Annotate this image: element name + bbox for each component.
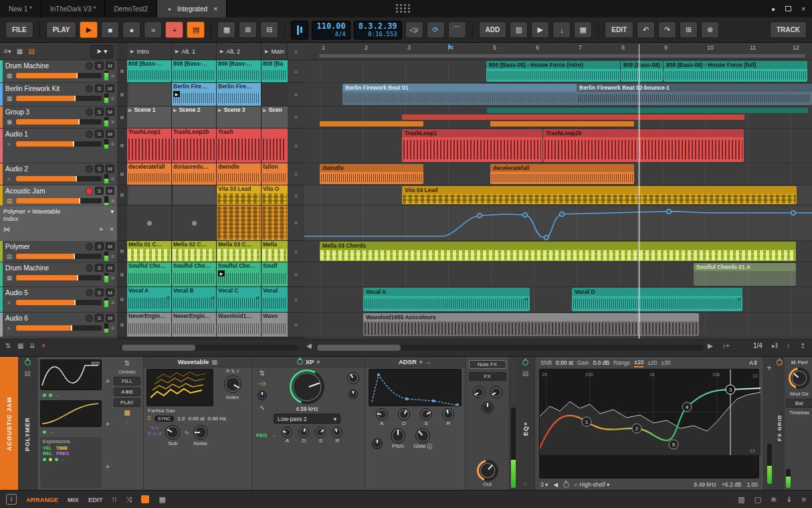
mute-button[interactable]: M [106, 130, 114, 138]
solo-button[interactable]: S [95, 165, 104, 173]
track-menu-icon[interactable]: ≡ [111, 253, 114, 260]
volume-slider[interactable] [16, 176, 102, 181]
track-name[interactable]: Polymer [5, 243, 84, 250]
volume-slider[interactable] [16, 96, 102, 101]
clip-slot[interactable]: Soulful Cho… [127, 262, 172, 286]
ab-compare-icon[interactable]: A⇕ [749, 359, 758, 366]
play-icon[interactable]: ▶ [130, 49, 134, 54]
row-menu-icon[interactable]: ≡ [288, 241, 304, 262]
track-name[interactable]: Acoustic Jam [5, 187, 84, 195]
play-button[interactable]: ▶ [80, 21, 98, 38]
solo-button[interactable]: S [95, 62, 104, 70]
clip-slot[interactable]: Vocal C⇄ [217, 287, 262, 312]
monitor-button[interactable] [86, 85, 93, 92]
vibrato-knob[interactable] [473, 386, 485, 398]
mute-button[interactable]: M [106, 62, 114, 70]
eq-graph[interactable]: 20 100 1k 10k 10 -10 1 2 5 4 3 [539, 369, 759, 479]
clip-slot[interactable]: 808 (Bass-… [172, 60, 217, 82]
mixer-strip-icon[interactable]: ▤ [28, 48, 34, 55]
arranger-track-lane[interactable]: dwindle deceleratefall [304, 163, 812, 185]
clip-launcher-view-icon[interactable]: ▦ [217, 21, 235, 38]
tempo-display[interactable]: 110.00 4/4 [312, 21, 350, 39]
amp-sustain-knob[interactable] [420, 408, 432, 420]
clip-slot[interactable]: Soulf [262, 262, 288, 286]
clip-slot[interactable]: Vocal B⇄ [172, 287, 217, 312]
fx-tab[interactable]: FX [469, 372, 506, 381]
out-knob[interactable] [477, 460, 498, 481]
clear-icon[interactable]: × [41, 342, 45, 349]
device-menu-icon[interactable]: ▤ [24, 369, 30, 377]
volume-slider[interactable] [16, 275, 102, 280]
clip-slot[interactable]: Wavoloid1… [217, 313, 262, 337]
group-track-lane[interactable] [304, 106, 812, 129]
tempo-value[interactable]: 110.00 [316, 22, 345, 30]
track-name[interactable]: Audio 5 [5, 289, 84, 297]
device-track-strip[interactable]: ACOUSTIC JAM [0, 357, 18, 491]
stop-clip-button[interactable] [117, 129, 127, 163]
clip-slot[interactable]: TrashLoop2b [172, 129, 217, 163]
monitor-button[interactable] [86, 243, 93, 250]
volume-slider[interactable] [16, 254, 102, 259]
clip-slot[interactable]: Mella [262, 241, 288, 262]
stop-clip-button[interactable] [117, 106, 127, 128]
scene-header-main[interactable]: ▶Main [262, 43, 288, 60]
chevron-down-icon[interactable]: ▾ [419, 358, 423, 365]
clip-slot[interactable]: Vocal A⇄ [127, 287, 172, 312]
clip-slot[interactable]: Mella 02 C… [172, 241, 217, 262]
track-name[interactable]: Drum Machine [5, 62, 84, 70]
track-list-icon[interactable]: ≡▾ [4, 48, 11, 55]
wavetable-title[interactable]: Wavetable [178, 358, 209, 365]
stop-button[interactable]: ■ [101, 21, 119, 38]
band-gain-value[interactable]: +6.2 dB [722, 481, 742, 488]
grid-resolution-value[interactable]: 1/4 [753, 342, 763, 349]
active-panel-icon[interactable] [141, 495, 149, 503]
restore-window-icon[interactable] [785, 6, 791, 11]
group-clip-slot[interactable]: ▶Scene 3 [217, 106, 262, 128]
amp-attack-knob[interactable] [376, 408, 388, 420]
bar-button[interactable]: Bar [786, 399, 812, 408]
detail-panel-icon[interactable]: ≡ [802, 495, 806, 503]
arranger-clip[interactable]: Berlin Firework Beat 01 [342, 84, 577, 105]
track-row[interactable]: Audio 5SM ▹≡ [0, 287, 117, 313]
row-menu-icon[interactable]: ≡ [288, 60, 304, 82]
band-freq-value[interactable]: 9.49 kHz [694, 481, 716, 488]
clip-slot[interactable]: Vita 03 Lead [217, 185, 262, 205]
scroll-follow-icon[interactable]: ⇅ [5, 342, 11, 349]
fxgrid-power-icon[interactable] [777, 359, 783, 365]
dual-display-icon[interactable]: ⁝⁝ [112, 495, 117, 504]
panel-grid-icon[interactable]: ▦ [159, 495, 165, 504]
perf-label[interactable]: Perf [797, 359, 807, 365]
env-title[interactable]: ADSR [399, 358, 417, 365]
track-name[interactable]: Drum Machine [5, 264, 84, 272]
mix-mode-button[interactable]: MIX [68, 496, 79, 503]
noise-knob[interactable] [193, 425, 208, 440]
route-arrows-icon[interactable]: ⇅ [114, 359, 140, 367]
track-menu-icon[interactable]: ≡ [111, 299, 114, 306]
tab-project-3[interactable]: DemoTest2 [105, 0, 157, 17]
record-button[interactable]: ● [122, 21, 140, 38]
arrange-mode-button[interactable]: ARRANGE [26, 496, 58, 503]
stop-clip-button[interactable] [117, 241, 127, 262]
arranger-track-lane[interactable]: Soulful Chords 01 A [304, 262, 812, 287]
clip-slot[interactable]: 808 (Ba [262, 60, 288, 82]
filter-env-knob[interactable] [258, 391, 267, 400]
undo-icon[interactable]: ↶ [637, 21, 655, 38]
eq-grid-icon[interactable]: ⁘ [522, 481, 528, 488]
arranger-zoom-bar[interactable] [319, 54, 805, 58]
fill-button[interactable]: FILL [114, 377, 140, 386]
filter-route-icon[interactable]: ⇅ [260, 369, 265, 377]
scene-menu-icon[interactable]: ≡ [288, 43, 304, 60]
automation-parameter-chooser[interactable]: Polymer » Wavetable▾ Index ⋈+× [0, 205, 117, 241]
metronome-icon[interactable]: ◁♪ [405, 21, 423, 38]
group-clip-slot[interactable]: ▶Scen [262, 106, 288, 128]
add-oscillator-icon[interactable]: + [106, 377, 110, 385]
playhead-line[interactable] [639, 60, 639, 339]
volume-slider[interactable] [16, 300, 102, 305]
automation-clip-slot[interactable] [217, 205, 262, 240]
feg-release-knob[interactable] [332, 427, 342, 438]
expressions-box[interactable]: Expressions VELTIMB RELPRES → [40, 437, 102, 488]
notes-panel-icon[interactable]: ▢ [754, 495, 761, 504]
clip-slot[interactable]: NeverEngin… [172, 313, 217, 337]
arranger-clip[interactable]: 808 (Bass-08) - House Force (intro) [486, 61, 620, 82]
automation-slot[interactable] [127, 205, 172, 240]
